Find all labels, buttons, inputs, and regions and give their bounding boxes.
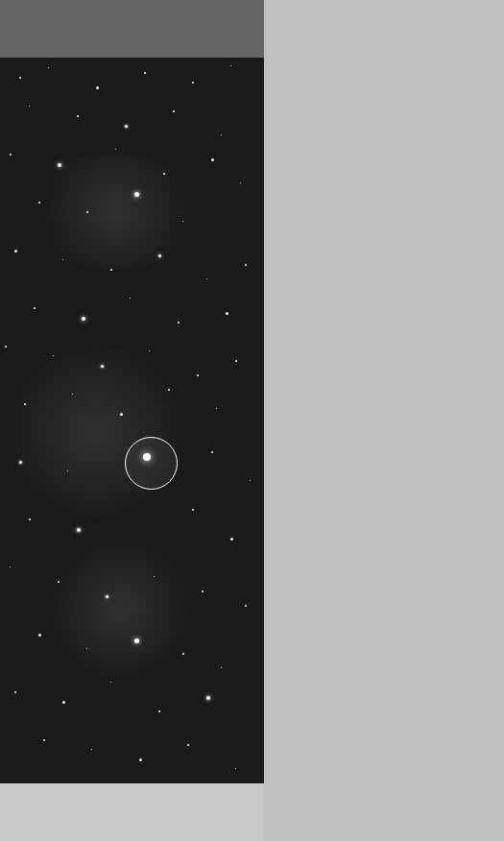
star (10, 566, 11, 567)
star (149, 350, 150, 351)
star (125, 125, 128, 128)
star (235, 768, 236, 769)
star (182, 221, 183, 222)
canvas-image[interactable] (0, 58, 264, 806)
star (53, 355, 54, 356)
star (72, 394, 73, 395)
star (139, 758, 142, 761)
star (245, 264, 247, 266)
selected-star (143, 453, 151, 461)
star (43, 739, 45, 741)
star (110, 269, 112, 271)
star (158, 254, 161, 257)
star (120, 413, 123, 416)
star (29, 106, 30, 107)
star (168, 389, 170, 391)
star (101, 365, 104, 368)
star (62, 701, 65, 704)
star (192, 509, 194, 511)
star (82, 317, 85, 321)
star (38, 202, 40, 204)
star (10, 154, 12, 156)
star (115, 149, 116, 150)
star (235, 360, 237, 362)
nebula-glow-2 (0, 346, 192, 518)
selection-circle[interactable] (125, 437, 178, 490)
star (134, 192, 139, 197)
star (206, 696, 210, 700)
star (226, 312, 228, 315)
star (154, 576, 155, 577)
star (197, 374, 199, 376)
star (96, 86, 99, 89)
star (14, 250, 17, 252)
star (77, 115, 79, 117)
star (38, 634, 41, 637)
star (178, 322, 180, 324)
star (86, 648, 87, 649)
star (144, 72, 146, 74)
star (158, 710, 160, 712)
star (134, 638, 139, 643)
star (58, 163, 61, 167)
star (206, 278, 207, 279)
star (192, 82, 194, 84)
star (86, 211, 88, 213)
star (250, 480, 251, 481)
star (77, 528, 81, 532)
nebula-glow-3 (48, 538, 192, 682)
star (211, 451, 213, 453)
nebula-glow-1 (29, 154, 202, 269)
star (29, 518, 31, 520)
star (211, 158, 214, 161)
star (230, 65, 231, 66)
star (106, 595, 108, 598)
star (130, 298, 131, 299)
star (14, 691, 16, 693)
canvas-area (0, 0, 264, 841)
star (202, 590, 204, 592)
star (182, 653, 184, 655)
star (245, 605, 247, 607)
star (58, 581, 60, 583)
star (34, 307, 36, 309)
bottom-strip (0, 783, 264, 841)
star (62, 259, 63, 260)
star (19, 77, 21, 79)
star (5, 346, 7, 348)
star (221, 667, 222, 668)
star (163, 173, 165, 175)
star (48, 67, 49, 68)
star (173, 110, 175, 112)
star (110, 682, 111, 683)
star (216, 408, 217, 409)
star (19, 461, 22, 464)
star (187, 744, 189, 746)
star (230, 538, 233, 541)
right-panel: 100 % − + ⤢ ⊡ − ✕ ▾ Historique Scri (264, 0, 504, 841)
star (67, 470, 68, 471)
star (91, 749, 92, 750)
star (24, 403, 26, 405)
star (221, 134, 222, 135)
star (240, 182, 241, 183)
